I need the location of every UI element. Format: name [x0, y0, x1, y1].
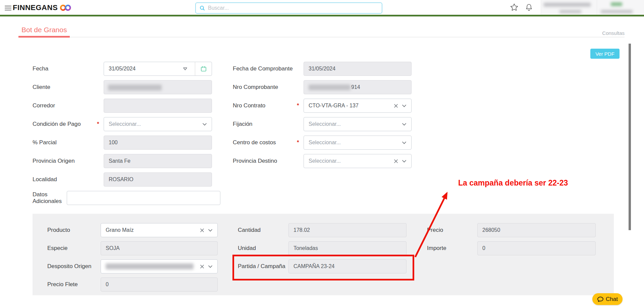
menu-icon[interactable] — [5, 6, 11, 12]
field-label: Precio Flete — [47, 281, 101, 288]
unidad-input-disabled: Toneladas — [288, 241, 407, 255]
required-marker: * — [297, 139, 304, 146]
field-cliente: Cliente — [33, 80, 220, 94]
fecha-date-picker[interactable]: 31/05/2024 — [104, 62, 212, 76]
importe-input-disabled: 0 — [477, 241, 596, 255]
field-label: Condición de Pago — [33, 121, 97, 127]
condicion-pago-select[interactable]: Seleccionar... — [104, 117, 212, 131]
field-label: Partida / Campaña — [238, 263, 288, 270]
producto-select[interactable]: Grano Maíz — [101, 223, 218, 237]
field-label: Importe — [427, 245, 477, 252]
field-unidad: Unidad Toneladas — [238, 241, 407, 255]
chevron-down-icon[interactable] — [208, 265, 213, 268]
grain-detail-panel: Producto Grano Maíz — [33, 214, 614, 295]
favorite-star-icon[interactable] — [510, 3, 519, 13]
redacted-user-text — [544, 3, 591, 7]
chevron-down-icon[interactable] — [402, 141, 407, 144]
especie-input-disabled: SOJA — [101, 241, 218, 255]
field-parcial: % Parcial 100 — [33, 136, 220, 150]
chevron-down-icon[interactable] — [402, 104, 407, 107]
cantidad-input-disabled: 178.02 — [288, 223, 407, 237]
field-importe: Importe 0 — [427, 241, 596, 255]
field-label: Cliente — [33, 84, 97, 91]
page: FINNEGANS — [0, 0, 644, 308]
field-label: Precio — [427, 227, 477, 234]
field-especie: Especie SOJA — [47, 241, 218, 255]
redacted-comprobante-prefix — [309, 85, 351, 90]
fecha-comprobante-input-disabled: 31/05/2024 — [304, 62, 412, 76]
clear-x-icon[interactable] — [200, 228, 204, 233]
tab-bot-de-granos[interactable]: Bot de Granos — [21, 26, 67, 34]
panel-divider — [597, 0, 597, 15]
provincia-destino-select[interactable]: Seleccionar... — [304, 154, 412, 168]
link-consultas[interactable]: Consultas — [584, 30, 625, 36]
clear-x-icon[interactable] — [394, 104, 398, 108]
detail-column-3: Precio 268050 Importe 0 — [427, 223, 596, 259]
field-label: Fecha — [33, 65, 97, 72]
vertical-scrollbar-thumb[interactable] — [629, 44, 631, 230]
field-fijacion: Fijación Seleccionar... — [233, 117, 421, 131]
provincia-origen-input-disabled: Santa Fe — [104, 154, 212, 168]
field-provincia-destino: Provincia Destino Seleccionar... — [233, 154, 421, 168]
triangle-down-icon[interactable] — [183, 67, 187, 70]
field-desposito-origen: Desposito Origen — [47, 259, 218, 273]
clear-x-icon[interactable] — [394, 159, 398, 163]
partida-campana-input-disabled: CAMPAÑA 23-24 — [288, 259, 407, 273]
search-input[interactable] — [208, 5, 378, 11]
field-localidad: Localidad ROSARIO — [33, 172, 220, 187]
chevron-down-icon[interactable] — [208, 229, 213, 232]
clear-x-icon[interactable] — [200, 264, 204, 269]
field-label: Localidad — [33, 176, 97, 183]
field-label: Fijación — [233, 121, 297, 127]
chat-bubble-icon — [597, 296, 604, 303]
field-label: Nro Comprobante — [233, 84, 297, 91]
ver-pdf-button[interactable]: Ver PDF — [590, 49, 620, 59]
field-label: Datos Adicionales — [33, 191, 63, 205]
field-cantidad: Cantidad 178.02 — [238, 223, 407, 237]
redacted-status-badge — [611, 2, 622, 6]
field-label: Unidad — [238, 245, 288, 252]
cliente-input-disabled — [104, 80, 212, 94]
detail-column-2: Cantidad 178.02 Unidad Toneladas Partida… — [238, 223, 407, 277]
field-fecha-comprobante: Fecha de Comprobante 31/05/2024 — [233, 62, 421, 76]
form-right-column: Fecha de Comprobante 31/05/2024 Nro Comp… — [233, 62, 421, 172]
notifications-bell-icon[interactable] — [525, 3, 533, 13]
field-centro-de-costos: Centro de costos * Seleccionar... — [233, 136, 421, 150]
chevron-down-icon[interactable] — [202, 123, 207, 126]
parcial-input-disabled: 100 — [104, 136, 212, 150]
chevron-down-icon[interactable] — [402, 123, 407, 126]
user-info-panel[interactable] — [541, 0, 644, 15]
redacted-user-subtext — [559, 10, 581, 13]
field-fecha: Fecha 31/05/2024 — [33, 62, 220, 76]
field-label: Nro Contrato — [233, 102, 297, 109]
field-condicion-de-pago: Condición de Pago * Seleccionar... — [33, 117, 220, 131]
required-marker: * — [97, 121, 104, 127]
active-tab-indicator — [18, 36, 70, 38]
calendar-button[interactable] — [195, 62, 212, 75]
desposito-origen-select[interactable] — [101, 259, 218, 273]
required-marker: * — [297, 102, 304, 109]
fecha-value: 31/05/2024 — [109, 66, 136, 72]
nro-contrato-select[interactable]: CTO-VTA-GRA - 137 — [304, 99, 412, 113]
redacted-company-text — [601, 10, 633, 13]
detail-column-1: Producto Grano Maíz — [47, 223, 218, 296]
field-label: % Parcial — [33, 139, 97, 146]
brand-name: FINNEGANS — [13, 3, 58, 12]
global-search[interactable] — [195, 2, 382, 14]
precio-input-disabled: 268050 — [477, 223, 596, 237]
fijacion-select[interactable]: Seleccionar... — [304, 117, 412, 131]
chevron-down-icon[interactable] — [402, 160, 407, 163]
centro-costos-select[interactable]: Seleccionar... — [304, 136, 412, 150]
precio-flete-input-disabled: 0 — [101, 277, 218, 292]
field-nro-comprobante: Nro Comprobante 914 — [233, 80, 421, 94]
field-label: Producto — [47, 227, 101, 234]
datos-adicionales-input[interactable] — [67, 191, 221, 205]
field-precio: Precio 268050 — [427, 223, 596, 237]
field-producto: Producto Grano Maíz — [47, 223, 218, 237]
search-icon — [199, 5, 205, 11]
field-corredor: Corredor — [33, 99, 220, 113]
chat-button[interactable]: Chat — [592, 293, 623, 305]
localidad-input-disabled: ROSARIO — [104, 172, 212, 187]
field-label: Especie — [47, 245, 101, 252]
field-label: Desposito Origen — [47, 263, 101, 270]
